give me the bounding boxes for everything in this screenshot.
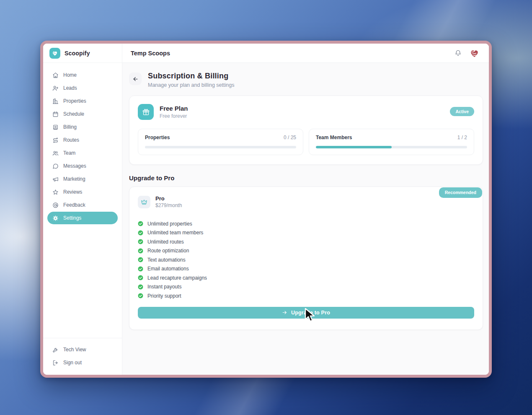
back-button[interactable]	[129, 73, 142, 85]
crown-icon	[138, 196, 150, 208]
usage-value: 1 / 2	[457, 135, 467, 140]
current-plan-titles: Free Plan Free forever	[160, 105, 188, 119]
sidebar-item-label: Routes	[63, 137, 79, 143]
topbar-actions	[453, 48, 480, 58]
sidebar-item-label: Sign out	[63, 360, 82, 366]
pro-plan-price: $279/month	[155, 202, 182, 208]
feature-label: Unlimited routes	[147, 239, 184, 245]
sidebar-item-label: Reviews	[63, 189, 82, 195]
feature-label: Unlimited properties	[147, 221, 192, 227]
user-plus-icon	[52, 85, 59, 91]
sidebar-item-reviews[interactable]: Reviews	[47, 186, 118, 198]
wrench-icon	[52, 347, 59, 353]
upgrade-to-pro-button[interactable]: Upgrade to Pro	[138, 307, 474, 319]
topbar: Temp Scoops	[122, 44, 489, 63]
progress-bar	[145, 146, 296, 148]
usage-card-team-members: Team Members 1 / 2	[309, 129, 474, 155]
feature-label: Lead recapture campaigns	[147, 275, 207, 281]
sidebar-item-label: Marketing	[63, 176, 85, 182]
sidebar-item-sign-out[interactable]: Sign out	[47, 356, 118, 369]
receipt-icon	[52, 124, 59, 130]
workspace-title: Temp Scoops	[131, 50, 170, 57]
feature-label: Email automations	[147, 266, 189, 272]
star-icon	[52, 189, 59, 195]
check-icon	[138, 266, 143, 272]
notifications-bell-icon[interactable]	[453, 49, 462, 58]
pro-plan-header: Pro $279/month	[138, 195, 474, 208]
gear-icon	[52, 215, 59, 221]
usage-card-properties: Properties 0 / 25	[138, 129, 303, 155]
sidebar-nav: Home Leads Properties Schedule Billing R…	[43, 63, 122, 228]
usage-label: Properties	[145, 135, 170, 140]
building-icon	[52, 98, 59, 104]
sidebar-item-schedule[interactable]: Schedule	[47, 108, 118, 120]
pro-plan-name: Pro	[155, 195, 182, 202]
megaphone-icon	[52, 176, 59, 182]
progress-bar	[316, 146, 467, 148]
sidebar-item-label: Billing	[63, 124, 77, 130]
feature-item: Unlimited team members	[138, 228, 474, 238]
sidebar-item-home[interactable]: Home	[47, 69, 118, 81]
sidebar-item-messages[interactable]: Messages	[47, 160, 118, 172]
sidebar-item-marketing[interactable]: Marketing	[47, 173, 118, 185]
sidebar-item-label: Leads	[63, 85, 77, 91]
feature-item: Email automations	[138, 265, 474, 274]
feature-item: Priority support	[138, 291, 474, 301]
brand: Scoopify	[43, 44, 122, 63]
chat-icon	[52, 163, 59, 169]
current-plan-name: Free Plan	[160, 105, 188, 112]
current-plan-card: Free Plan Free forever Active Properties…	[129, 96, 483, 165]
sidebar-item-tech-view[interactable]: Tech View	[47, 343, 118, 356]
feature-item: Unlimited routes	[138, 237, 474, 246]
status-badge: Active	[450, 107, 474, 116]
upgrade-button-label: Upgrade to Pro	[291, 310, 330, 316]
gift-icon	[138, 104, 154, 120]
sidebar-item-label: Tech View	[63, 347, 86, 353]
calendar-icon	[52, 111, 59, 117]
usage-value: 0 / 25	[284, 135, 296, 140]
feature-item: Route optimization	[138, 246, 474, 256]
progress-fill	[316, 146, 392, 148]
sidebar-item-label: Properties	[63, 98, 86, 104]
feature-item: Instant payouts	[138, 283, 474, 292]
arrow-right-icon	[282, 310, 287, 315]
sidebar-item-label: Team	[63, 150, 75, 156]
sidebar-item-leads[interactable]: Leads	[47, 82, 118, 94]
feature-item: Lead recapture campaigns	[138, 273, 474, 283]
at-sign-icon	[52, 202, 59, 208]
check-icon	[138, 230, 143, 236]
main-area: Temp Scoops Subscription & Billing Manag…	[122, 44, 489, 375]
sidebar-item-billing[interactable]: Billing	[47, 121, 118, 133]
recommended-badge: Recommended	[439, 187, 482, 198]
sidebar-item-routes[interactable]: Routes	[47, 134, 118, 146]
sidebar-footer: Tech View Sign out	[43, 338, 122, 375]
sidebar-item-settings[interactable]: Settings	[47, 212, 118, 224]
sidebar-item-label: Schedule	[63, 111, 84, 117]
brand-name: Scoopify	[65, 50, 90, 57]
current-plan-subtitle: Free forever	[160, 113, 188, 119]
sidebar-item-team[interactable]: Team	[47, 147, 118, 159]
sidebar-item-label: Home	[63, 72, 77, 78]
pro-plan-titles: Pro $279/month	[155, 195, 182, 208]
check-icon	[138, 221, 143, 226]
usage-label: Team Members	[316, 135, 352, 140]
sidebar-item-label: Messages	[63, 163, 86, 169]
feature-label: Instant payouts	[147, 284, 181, 290]
sidebar-item-feedback[interactable]: Feedback	[47, 199, 118, 211]
feature-item: Text automations	[138, 255, 474, 265]
users-icon	[52, 150, 59, 156]
pro-plan-card: Recommended Pro $279/month Unlimited pro…	[129, 187, 483, 330]
current-plan-header: Free Plan Free forever	[138, 104, 474, 120]
account-heart-logo-icon[interactable]	[469, 48, 480, 58]
upgrade-section-title: Upgrade to Pro	[129, 174, 483, 182]
feature-list: Unlimited properties Unlimited team memb…	[138, 219, 474, 301]
check-icon	[138, 284, 143, 290]
sidebar: Scoopify Home Leads Properties Schedule …	[43, 44, 122, 375]
feature-label: Unlimited team members	[147, 230, 203, 236]
sidebar-item-properties[interactable]: Properties	[47, 95, 118, 107]
page-title: Subscription & Billing	[148, 72, 234, 80]
check-icon	[138, 293, 143, 298]
app-window: Scoopify Home Leads Properties Schedule …	[40, 41, 492, 378]
check-icon	[138, 275, 143, 280]
home-icon	[52, 72, 59, 78]
